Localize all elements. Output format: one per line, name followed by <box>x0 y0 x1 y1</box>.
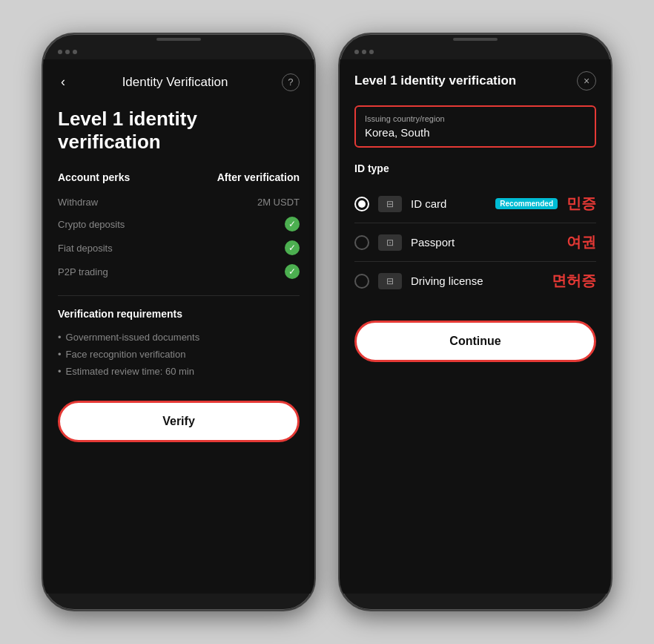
option-divider-2 <box>354 261 596 262</box>
req-title: Verification requirements <box>58 308 300 320</box>
driving-icon: ⊟ <box>386 276 394 286</box>
dot2 <box>65 50 70 54</box>
req-text-1: Government-issued documents <box>66 332 200 343</box>
rdot3 <box>369 50 374 54</box>
left-notch-area <box>43 34 314 40</box>
perk-p2p-label: P2P trading <box>58 266 108 277</box>
perk-withdraw: Withdraw 2M USDT <box>58 192 300 212</box>
recommended-badge: Recommended <box>495 198 558 209</box>
left-phone: ‹ Identity Verification ? Level 1 identi… <box>42 33 316 611</box>
req-text-2: Face recognition verification <box>66 349 186 360</box>
radio-idcard-inner <box>358 200 366 208</box>
id-option-driving[interactable]: ⊟ Driving license 면허증 <box>354 263 596 298</box>
idcard-icon: ⊟ <box>386 199 394 209</box>
req-item-1: • Government-issued documents <box>58 329 300 346</box>
perk-p2p-check: ✓ <box>285 264 300 279</box>
right-status-dots <box>354 50 374 54</box>
id-option-passport[interactable]: ⊡ Passport 여권 <box>354 225 596 260</box>
left-status-bar <box>43 42 314 59</box>
right-status-bar <box>340 42 611 59</box>
id-option-idcard[interactable]: ⊟ ID card Recommended 민증 <box>354 186 596 221</box>
perks-label: Account perks <box>58 171 130 183</box>
perk-crypto-label: Crypto deposits <box>58 219 125 230</box>
passport-korean: 여권 <box>567 232 596 252</box>
option-divider-1 <box>354 223 596 223</box>
right-notch-area <box>340 34 611 40</box>
back-button[interactable]: ‹ <box>58 71 68 93</box>
country-label: Issuing country/region <box>365 114 586 123</box>
perk-fiat: Fiat deposits ✓ <box>58 236 300 260</box>
perk-withdraw-label: Withdraw <box>58 197 98 208</box>
country-box[interactable]: Issuing country/region Korea, South <box>354 105 596 148</box>
idcard-name: ID card <box>411 197 486 210</box>
country-value: Korea, South <box>365 126 586 139</box>
radio-driving[interactable] <box>354 274 369 289</box>
after-label: After verification <box>217 171 300 183</box>
dot3 <box>73 50 77 54</box>
rdot2 <box>362 50 366 54</box>
id-icon-driving: ⊟ <box>378 273 402 289</box>
bullet-2: • <box>58 349 62 360</box>
right-phone: Level 1 identity verification × Issuing … <box>338 33 612 611</box>
header-title: Identity Verification <box>122 75 228 90</box>
perk-fiat-label: Fiat deposits <box>58 243 113 254</box>
passport-name: Passport <box>411 236 558 249</box>
close-button[interactable]: × <box>577 71 596 91</box>
perk-p2p: P2P trading ✓ <box>58 260 300 283</box>
right-header: Level 1 identity verification × <box>354 71 596 91</box>
left-header: ‹ Identity Verification ? <box>58 71 300 93</box>
passport-icon: ⊡ <box>386 237 394 248</box>
req-item-3: • Estimated review time: 60 min <box>58 363 300 380</box>
rdot1 <box>354 50 359 54</box>
id-type-label: ID type <box>354 162 596 174</box>
left-speaker <box>156 38 201 41</box>
req-item-2: • Face recognition verification <box>58 346 300 363</box>
id-icon-passport: ⊡ <box>378 234 402 251</box>
perk-crypto-check: ✓ <box>285 217 300 231</box>
right-screen: Level 1 identity verification × Issuing … <box>340 59 611 594</box>
id-icon-idcard: ⊟ <box>378 196 402 212</box>
left-screen: ‹ Identity Verification ? Level 1 identi… <box>43 59 314 594</box>
dot1 <box>58 50 62 54</box>
right-page-title: Level 1 identity verification <box>354 73 516 88</box>
right-speaker <box>453 38 498 41</box>
radio-idcard[interactable] <box>354 197 369 211</box>
bullet-1: • <box>58 332 62 343</box>
driving-name: Driving license <box>411 275 543 287</box>
divider-1 <box>58 295 300 296</box>
perk-crypto: Crypto deposits ✓ <box>58 212 300 236</box>
radio-passport[interactable] <box>354 235 369 250</box>
left-status-dots <box>58 50 77 54</box>
req-text-3: Estimated review time: 60 min <box>66 366 194 377</box>
driving-korean: 면허증 <box>552 271 596 291</box>
perk-withdraw-value: 2M USDT <box>257 197 300 208</box>
continue-button[interactable]: Continue <box>354 321 596 362</box>
verify-button[interactable]: Verify <box>58 401 300 442</box>
page-title: Level 1 identity verification <box>58 108 300 154</box>
bullet-3: • <box>58 366 62 377</box>
perk-fiat-check: ✓ <box>285 240 300 255</box>
help-button[interactable]: ? <box>282 73 300 91</box>
perks-header: Account perks After verification <box>58 171 300 183</box>
idcard-korean: 민증 <box>567 194 596 214</box>
